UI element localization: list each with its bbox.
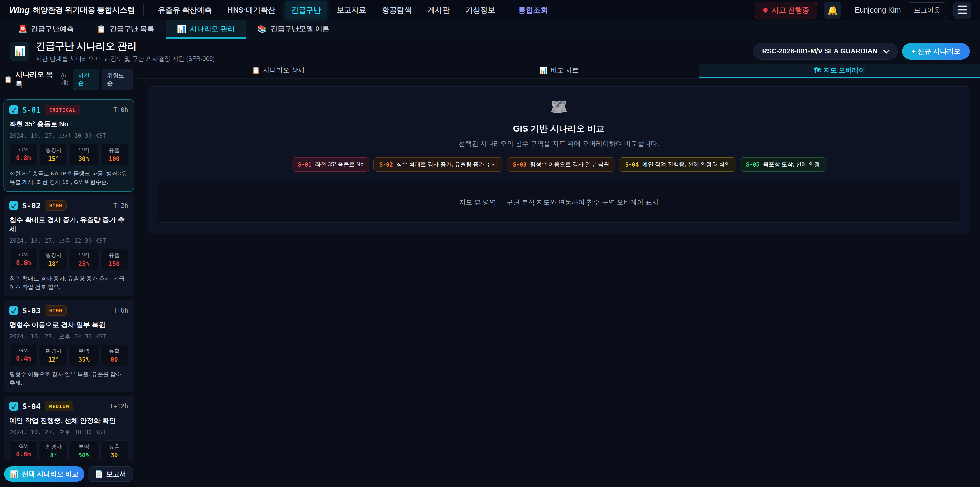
nav-item-air-search[interactable]: 항공탐색 — [375, 1, 418, 19]
sort-by-risk-button[interactable]: 위험도순 — [102, 69, 134, 90]
nav-item-reports[interactable]: 보고자료 — [330, 1, 373, 19]
map-overlay-body: 🗺️ GIS 기반 시나리오 비교 선택된 시나리오의 침수 구역을 지도 위에… — [138, 79, 980, 487]
metric-label: 유출 — [102, 347, 127, 354]
checkbox-checked[interactable]: ✓ — [10, 402, 18, 410]
scenario-title: 침수 확대로 경사 증가, 유출량 증가 추세 — [10, 215, 128, 234]
chip-s05[interactable]: S-05 목포항 도착, 선체 안정 — [740, 157, 826, 172]
time-offset: T+12h — [110, 403, 128, 410]
incident-status-label: 사고 진행중 — [772, 5, 810, 15]
chip-s01[interactable]: S-01 좌현 35° 충돌로 No — [292, 157, 369, 172]
tab-rescue-forecast[interactable]: 🚨 긴급구난예측 — [6, 21, 85, 38]
metric-value: 150 — [102, 260, 127, 267]
clipboard-icon: 📋 — [96, 24, 106, 34]
new-scenario-button[interactable]: + 신규 시나리오 — [902, 43, 970, 59]
detail-tabs: 📋 시나리오 상세 📊 비교 차트 🗺 지도 오버레이 — [138, 64, 980, 79]
scenario-description: 평형수 이동으로 경사 일부 복원. 유출률 감소 추세. — [10, 370, 128, 387]
metric-spill: 유출 30 — [100, 440, 128, 461]
bar-chart-icon: 📊 — [539, 66, 547, 74]
nav-item-emergency-rescue[interactable]: 긴급구난 — [285, 1, 328, 19]
metric-buoyancy: 부력 35% — [70, 345, 98, 366]
severity-badge: HIGH — [45, 305, 67, 316]
page-header-actions: RSC-2026-001·M/V SEA GUARDIAN + 신규 시나리오 — [753, 43, 970, 59]
bar-chart-icon: 📊 — [10, 470, 18, 478]
scenario-card-s03[interactable]: ✓ S-03 HIGH T+6h 평형수 이동으로 경사 일부 복원 2024.… — [3, 300, 134, 392]
nav-item-hns[interactable]: HNS·대기확산 — [221, 1, 282, 19]
compare-label: 선택 시나리오 비교 — [22, 469, 78, 479]
tab-map-overlay[interactable]: 🗺 지도 오버레이 — [699, 64, 980, 78]
case-select-dropdown[interactable]: RSC-2026-001·M/V SEA GUARDIAN — [753, 43, 897, 59]
menu-button[interactable]: ☰ — [953, 2, 971, 19]
checkbox-checked[interactable]: ✓ — [10, 306, 18, 315]
metric-value: 0.4m — [11, 355, 36, 362]
page-icon-chart: 📊 — [10, 42, 29, 61]
clipboard-icon: 📋 — [4, 76, 12, 83]
tab-rescue-model-theory[interactable]: 📚 긴급구난모델 이론 — [246, 21, 341, 38]
scenario-title: 평형수 이동으로 경사 일부 복원 — [10, 320, 128, 329]
tab-label: 긴급구난 목록 — [110, 24, 154, 34]
app-title: 해양환경 위기대응 통합시스템 — [33, 5, 135, 15]
metric-label: 유출 — [102, 252, 127, 259]
nav-item-integrated-search[interactable]: 통합조회 — [508, 1, 555, 19]
nav-item-weather[interactable]: 기상정보 — [459, 1, 502, 19]
scenario-id: S-01 — [22, 105, 41, 114]
scenario-card-s01[interactable]: ✓ S-01 CRITICAL T+0h 좌현 35° 충돌로 No 2024.… — [3, 99, 134, 192]
scenario-card-list: ✓ S-01 CRITICAL T+0h 좌현 35° 충돌로 No 2024.… — [0, 95, 138, 461]
nav-item-oil-spill[interactable]: 유출유 확산예측 — [151, 1, 218, 19]
sidebar-title: 시나리오 목록 — [15, 70, 58, 89]
checkbox-checked[interactable]: ✓ — [10, 105, 18, 114]
metric-gm: GM 0.4m — [10, 345, 38, 366]
compare-scenarios-button[interactable]: 📊 선택 시나리오 비교 — [4, 466, 84, 482]
metric-label: 횡경사 — [41, 347, 66, 354]
time-offset: T+6h — [113, 307, 128, 314]
metric-grid: GM 0.8m 횡경사 15° 부력 30% 유출 100 — [10, 144, 128, 165]
scenario-card-s02[interactable]: ✓ S-02 HIGH T+2h 침수 확대로 경사 증가, 유출량 증가 추세… — [3, 195, 134, 297]
tab-label: 시나리오 관리 — [190, 24, 235, 34]
world-map-icon: 🗺 — [814, 66, 821, 74]
chip-s02[interactable]: S-02 침수 확대로 경사 증가, 유출량 증가 추세 — [373, 157, 503, 172]
tab-label: 비교 차트 — [550, 66, 579, 75]
notifications-button[interactable]: 🔔 — [824, 2, 841, 19]
tab-rescue-list[interactable]: 📋 긴급구난 목록 — [85, 21, 165, 38]
chip-id: S-05 — [746, 161, 759, 168]
report-button[interactable]: 📄 보고서 — [88, 466, 134, 482]
nav-item-board[interactable]: 게시판 — [421, 1, 456, 19]
metric-label: GM — [11, 147, 36, 153]
metric-label: GM — [11, 347, 36, 353]
metric-value: 0.8m — [11, 154, 36, 161]
checkbox-checked[interactable]: ✓ — [10, 201, 18, 210]
metric-value: 35% — [72, 356, 96, 363]
metric-value: 80 — [102, 356, 127, 363]
logout-button[interactable]: 로그아웃 — [907, 2, 947, 18]
tab-label: 긴급구난모델 이론 — [270, 24, 329, 34]
metric-label: 유출 — [102, 443, 127, 450]
tab-label: 지도 오버레이 — [824, 66, 865, 75]
metric-heel: 횡경사 12° — [40, 345, 68, 366]
metric-value: 30% — [72, 155, 96, 163]
metric-value: 18° — [41, 260, 66, 267]
scenario-datetime: 2024. 10. 27. 오전 10:30 KST — [10, 132, 128, 140]
chip-s03[interactable]: S-03 평형수 이동으로 경사 일부 복원 — [507, 157, 615, 172]
scenario-card-s04[interactable]: ✓ S-04 MEDIUM T+12h 예인 작업 진행중, 선체 안정화 확인… — [3, 396, 134, 461]
scenario-description: 침수 확대로 경사 증가, 유출량 증가 추세. 긴급 이초 작업 검토 필요. — [10, 274, 128, 291]
tab-compare-chart[interactable]: 📊 비교 차트 — [418, 64, 699, 78]
chip-s04[interactable]: S-04 예인 작업 진행중, 선체 안정화 확인 — [619, 157, 736, 172]
severity-badge: CRITICAL — [45, 105, 80, 115]
page-titles: 긴급구난 시나리오 관리 시간 단계별 시나리오 비교·검토 및 구난 의사결정… — [36, 40, 215, 63]
scenario-title: 예인 작업 진행중, 선체 안정화 확인 — [10, 416, 128, 425]
tab-scenario-management[interactable]: 📊 시나리오 관리 — [165, 21, 246, 38]
page-subtitle: 시간 단계별 시나리오 비교·검토 및 구난 의사결정 지원 (SFR-009) — [36, 55, 215, 63]
scenario-count: (5개) — [61, 72, 73, 86]
metric-value: 15° — [41, 155, 66, 163]
bar-chart-icon: 📊 — [14, 46, 25, 57]
metric-label: 부력 — [72, 443, 96, 450]
chip-id: S-02 — [379, 161, 393, 168]
metric-heel: 횡경사 18° — [40, 249, 68, 270]
main-menu: 유출유 확산예측 HNS·대기확산 긴급구난 보고자료 항공탐색 게시판 기상정… — [151, 1, 555, 19]
sort-by-time-button[interactable]: 시간순 — [73, 69, 99, 90]
tab-scenario-detail[interactable]: 📋 시나리오 상세 — [138, 64, 418, 78]
metric-grid: GM 0.6m 횡경사 18° 부력 25% 유출 150 — [10, 249, 128, 270]
app-logo: Wing — [9, 5, 29, 15]
bar-chart-icon: 📊 — [177, 24, 186, 34]
chevron-down-icon — [883, 47, 889, 53]
top-nav: Wing 해양환경 위기대응 통합시스템 유출유 확산예측 HNS·대기확산 긴… — [0, 0, 980, 21]
